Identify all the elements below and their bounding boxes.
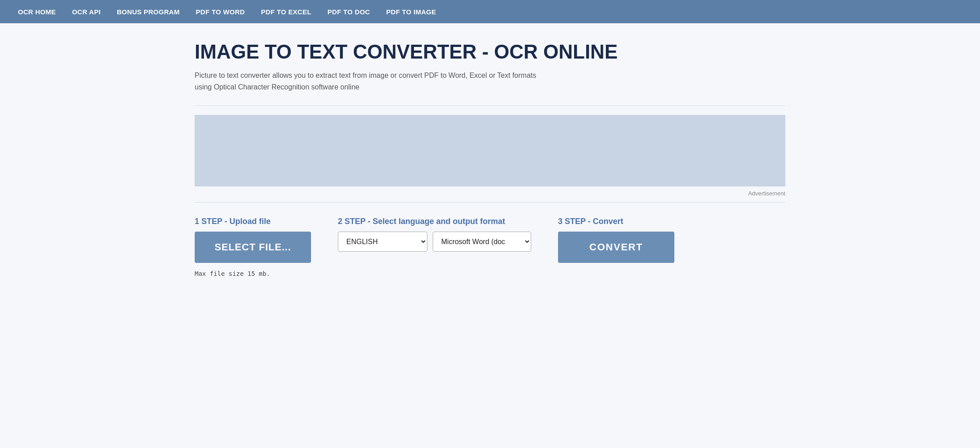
ad-label: Advertisement [195, 190, 785, 197]
steps-row: 1 STEP - Upload file SELECT FILE... Max … [195, 217, 785, 295]
nav-pdf-to-image[interactable]: PDF TO IMAGE [386, 8, 436, 16]
divider-top [195, 106, 785, 106]
max-file-note: Max file size 15 mb. [195, 270, 311, 277]
nav-pdf-to-doc[interactable]: PDF TO DOC [328, 8, 370, 16]
main-content: IMAGE TO TEXT CONVERTER - OCR ONLINE Pic… [168, 23, 812, 295]
step3-title: 3 STEP - Convert [558, 217, 674, 226]
step1-title: 1 STEP - Upload file [195, 217, 311, 226]
nav-ocr-api[interactable]: OCR API [72, 8, 101, 16]
nav-ocr-home[interactable]: OCR HOME [18, 8, 56, 16]
selects-row: ENGLISH FRENCH GERMAN SPANISH Microsoft … [338, 232, 531, 252]
convert-button[interactable]: CONVERT [558, 232, 674, 263]
page-subtitle: Picture to text converter allows you to … [195, 70, 553, 93]
format-select[interactable]: Microsoft Word (doc Microsoft Excel (xls… [433, 232, 531, 252]
main-nav: OCR HOME OCR API BONUS PROGRAM PDF TO WO… [0, 0, 980, 23]
step1-block: 1 STEP - Upload file SELECT FILE... Max … [195, 217, 311, 277]
language-select[interactable]: ENGLISH FRENCH GERMAN SPANISH [338, 232, 427, 252]
step2-title: 2 STEP - Select language and output form… [338, 217, 531, 226]
page-title: IMAGE TO TEXT CONVERTER - OCR ONLINE [195, 41, 785, 63]
step2-block: 2 STEP - Select language and output form… [338, 217, 531, 252]
divider-bottom [195, 202, 785, 203]
nav-pdf-to-word[interactable]: PDF TO WORD [196, 8, 245, 16]
select-file-button[interactable]: SELECT FILE... [195, 232, 311, 263]
nav-bonus-program[interactable]: BONUS PROGRAM [117, 8, 180, 16]
advertisement-area [195, 115, 785, 186]
step3-block: 3 STEP - Convert CONVERT [558, 217, 674, 263]
nav-pdf-to-excel[interactable]: PDF TO EXCEL [261, 8, 311, 16]
